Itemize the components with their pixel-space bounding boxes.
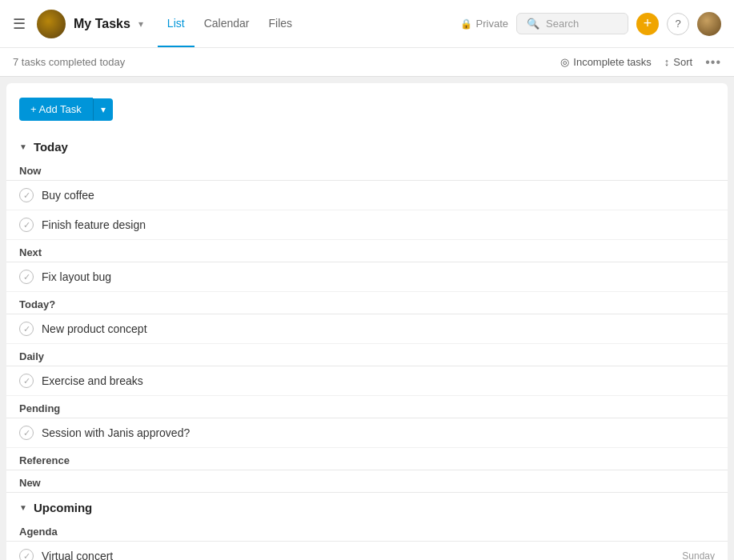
task-name: Buy coffee bbox=[42, 189, 715, 202]
sort-icon: ↕ bbox=[664, 56, 670, 68]
add-task-button[interactable]: + Add Task bbox=[19, 98, 93, 121]
subsection-todayq-label: Today? bbox=[6, 292, 728, 314]
task-item[interactable]: ✓ Fix layout bug bbox=[6, 262, 728, 292]
incomplete-tasks-label: Incomplete tasks bbox=[573, 56, 652, 68]
tab-files[interactable]: Files bbox=[259, 1, 302, 47]
privacy-indicator: 🔒 Private bbox=[460, 18, 508, 30]
incomplete-tasks-filter[interactable]: ◎ Incomplete tasks bbox=[560, 56, 652, 68]
main-content: + Add Task ▾ ▼ Today Now ✓ Buy coffee ✓ … bbox=[0, 77, 734, 560]
filter-circle-icon: ◎ bbox=[560, 56, 569, 68]
today-section: ▼ Today Now ✓ Buy coffee ✓ Finish featur… bbox=[6, 132, 728, 493]
app-title-dropdown-icon[interactable]: ▾ bbox=[138, 18, 143, 30]
task-item[interactable]: ✓ Buy coffee bbox=[6, 181, 728, 210]
upcoming-section: ▼ Upcoming Agenda ✓ Virtual concert Sund… bbox=[6, 493, 728, 560]
lock-icon: 🔒 bbox=[460, 18, 472, 30]
task-name: New product concept bbox=[42, 322, 715, 335]
task-panel: + Add Task ▾ ▼ Today Now ✓ Buy coffee ✓ … bbox=[6, 83, 728, 560]
user-avatar[interactable] bbox=[697, 12, 721, 36]
subheader-right: ◎ Incomplete tasks ↕ Sort ••• bbox=[560, 55, 721, 70]
search-icon: 🔍 bbox=[527, 18, 539, 30]
subsection-reference-label: Reference bbox=[6, 448, 728, 470]
task-item[interactable]: ✓ New product concept bbox=[6, 314, 728, 344]
task-name: Fix layout bug bbox=[42, 270, 715, 283]
sort-button[interactable]: ↕ Sort bbox=[664, 56, 692, 68]
task-name: Virtual concert bbox=[42, 550, 674, 560]
add-button[interactable]: + bbox=[636, 13, 659, 35]
task-date: Sunday bbox=[682, 550, 715, 560]
add-task-dropdown-button[interactable]: ▾ bbox=[93, 98, 113, 121]
task-item[interactable]: ✓ Finish feature design bbox=[6, 210, 728, 240]
tab-list[interactable]: List bbox=[158, 1, 195, 47]
subheader-bar: 7 tasks completed today ◎ Incomplete tas… bbox=[0, 48, 734, 77]
today-section-title: Today bbox=[34, 140, 68, 154]
task-name: Finish feature design bbox=[42, 218, 715, 231]
task-check-icon[interactable]: ✓ bbox=[19, 374, 34, 388]
task-check-icon[interactable]: ✓ bbox=[19, 426, 34, 440]
private-label-text: Private bbox=[476, 18, 508, 30]
app-header: ☰ My Tasks ▾ List Calendar Files 🔒 Priva… bbox=[0, 0, 734, 48]
today-section-header[interactable]: ▼ Today bbox=[6, 132, 728, 158]
task-check-icon[interactable]: ✓ bbox=[19, 218, 34, 232]
task-item[interactable]: ✓ Virtual concert Sunday bbox=[6, 542, 728, 560]
subsection-next-label: Next bbox=[6, 240, 728, 262]
tab-calendar[interactable]: Calendar bbox=[195, 1, 259, 47]
today-collapse-arrow: ▼ bbox=[19, 142, 27, 151]
app-title: My Tasks bbox=[74, 17, 130, 31]
workspace-avatar bbox=[37, 10, 66, 38]
search-bar[interactable]: 🔍 Search bbox=[516, 13, 628, 34]
search-placeholder-text: Search bbox=[546, 18, 579, 30]
task-check-icon[interactable]: ✓ bbox=[19, 549, 34, 560]
subsection-pending-label: Pending bbox=[6, 396, 728, 418]
subsection-new-label: New bbox=[6, 470, 728, 493]
task-name: Session with Janis approved? bbox=[42, 426, 715, 439]
task-item[interactable]: ✓ Session with Janis approved? bbox=[6, 418, 728, 448]
header-left: ☰ My Tasks ▾ List Calendar Files bbox=[13, 1, 460, 47]
tasks-completed-label: 7 tasks completed today bbox=[13, 56, 125, 68]
subsection-daily-label: Daily bbox=[6, 344, 728, 366]
task-name: Exercise and breaks bbox=[42, 374, 715, 387]
subsection-now-label: Now bbox=[6, 158, 728, 181]
header-right: 🔒 Private 🔍 Search + ? bbox=[460, 12, 721, 36]
help-button[interactable]: ? bbox=[667, 13, 689, 35]
task-item[interactable]: ✓ Exercise and breaks bbox=[6, 366, 728, 396]
main-nav: List Calendar Files bbox=[158, 1, 302, 47]
task-check-icon[interactable]: ✓ bbox=[19, 270, 34, 284]
upcoming-section-title: Upcoming bbox=[34, 501, 92, 514]
task-check-icon[interactable]: ✓ bbox=[19, 188, 34, 202]
more-options-button[interactable]: ••• bbox=[705, 55, 721, 70]
subsection-agenda-label: Agenda bbox=[6, 519, 728, 542]
task-check-icon[interactable]: ✓ bbox=[19, 322, 34, 336]
upcoming-section-header[interactable]: ▼ Upcoming bbox=[6, 493, 728, 519]
upcoming-collapse-arrow: ▼ bbox=[19, 503, 27, 512]
hamburger-menu-icon[interactable]: ☰ bbox=[13, 15, 26, 33]
sort-label: Sort bbox=[673, 56, 692, 68]
add-task-row: + Add Task ▾ bbox=[6, 93, 728, 132]
